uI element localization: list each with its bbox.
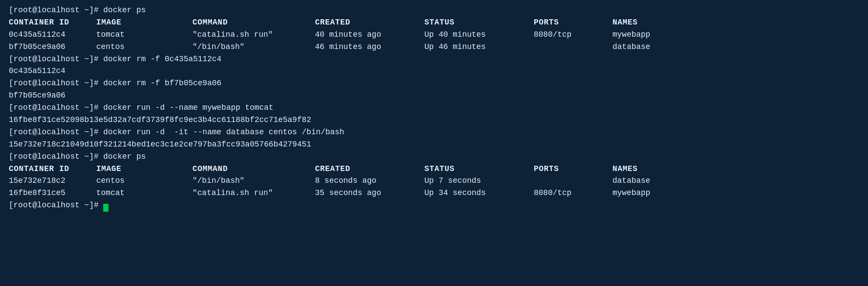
table-data-cell: centos: [96, 175, 192, 187]
table-header-row: CONTAINER IDIMAGECOMMANDCREATEDSTATUSPOR…: [9, 163, 859, 175]
table-header-cell: NAMES: [612, 163, 859, 175]
table-header-cell: NAMES: [612, 17, 859, 29]
prompt-text: [root@localhost ~]#: [9, 201, 103, 209]
table-data-row: 15e732e718c2centos"/bin/bash"8 seconds a…: [9, 175, 859, 187]
table-data-cell: database: [612, 41, 859, 53]
table-data-cell: centos: [96, 41, 192, 53]
prompt-line: [root@localhost ~]# docker rm -f bf7b05c…: [9, 77, 859, 90]
table-data-cell: bf7b05ce9a06: [9, 41, 96, 53]
prompt-line: [root@localhost ~]# docker run -d -it --…: [9, 126, 859, 139]
table-data-cell: "catalina.sh run": [192, 187, 315, 199]
table-header-cell: CREATED: [315, 17, 424, 29]
table-data-cell: mywebapp: [612, 29, 859, 41]
table-header-cell: IMAGE: [96, 17, 192, 29]
table-header-cell: CREATED: [315, 163, 424, 175]
table-data-cell: "/bin/bash": [192, 175, 315, 187]
terminal-cursor: [103, 204, 108, 212]
table-data-cell: 46 minutes ago: [315, 41, 424, 53]
table-data-row: 0c435a5112c4tomcat"catalina.sh run"40 mi…: [9, 29, 859, 41]
table-data-row: 16fbe8f31ce5tomcat"catalina.sh run"35 se…: [9, 187, 859, 199]
prompt-line: [root@localhost ~]# docker ps: [9, 151, 859, 163]
table-header-cell: COMMAND: [192, 17, 315, 29]
table-header-cell: COMMAND: [192, 163, 315, 175]
table-data-cell: "catalina.sh run": [192, 29, 315, 41]
table-data-cell: tomcat: [96, 29, 192, 41]
table-data-cell: 15e732e718c2: [9, 175, 96, 187]
table-data-cell: 16fbe8f31ce5: [9, 187, 96, 199]
table-header-cell: STATUS: [424, 17, 534, 29]
prompt-line: [root@localhost ~]# docker run -d --name…: [9, 102, 859, 114]
output-line: 16fbe8f31ce52098b13e5d32a7cdf3739f8fc9ec…: [9, 114, 859, 126]
table-header-cell: CONTAINER ID: [9, 163, 96, 175]
table-data-cell: Up 7 seconds: [424, 175, 534, 187]
prompt-line: [root@localhost ~]# docker rm -f 0c435a5…: [9, 53, 859, 66]
table-data-cell: database: [612, 175, 859, 187]
output-line: 0c435a5112c4: [9, 65, 859, 77]
table-header-cell: PORTS: [534, 17, 612, 29]
table-header-cell: IMAGE: [96, 163, 192, 175]
table-data-cell: 0c435a5112c4: [9, 29, 96, 41]
table-data-cell: 8080/tcp: [534, 187, 612, 199]
prompt-line: [root@localhost ~]# docker ps: [9, 4, 859, 17]
table-data-cell: "/bin/bash": [192, 41, 315, 53]
table-data-cell: [534, 41, 612, 53]
table-data-cell: 35 seconds ago: [315, 187, 424, 199]
output-line: bf7b05ce9a06: [9, 90, 859, 102]
table-data-cell: [534, 175, 612, 187]
table-data-cell: 8 seconds ago: [315, 175, 424, 187]
table-data-cell: Up 34 seconds: [424, 187, 534, 199]
table-data-cell: mywebapp: [612, 187, 859, 199]
table-data-row: bf7b05ce9a06centos"/bin/bash"46 minutes …: [9, 41, 859, 53]
table-data-cell: Up 46 minutes: [424, 41, 534, 53]
prompt-cursor-line: [root@localhost ~]#: [9, 199, 859, 212]
output-line: 15e732e718c21049d10f321214bed1ec3c1e2ce7…: [9, 139, 859, 151]
table-header-cell: STATUS: [424, 163, 534, 175]
table-header-cell: CONTAINER ID: [9, 17, 96, 29]
table-data-cell: 40 minutes ago: [315, 29, 424, 41]
table-header-cell: PORTS: [534, 163, 612, 175]
table-data-cell: 8080/tcp: [534, 29, 612, 41]
table-header-row: CONTAINER IDIMAGECOMMANDCREATEDSTATUSPOR…: [9, 17, 859, 29]
table-data-cell: tomcat: [96, 187, 192, 199]
table-data-cell: Up 40 minutes: [424, 29, 534, 41]
terminal: [root@localhost ~]# docker psCONTAINER I…: [9, 4, 859, 212]
